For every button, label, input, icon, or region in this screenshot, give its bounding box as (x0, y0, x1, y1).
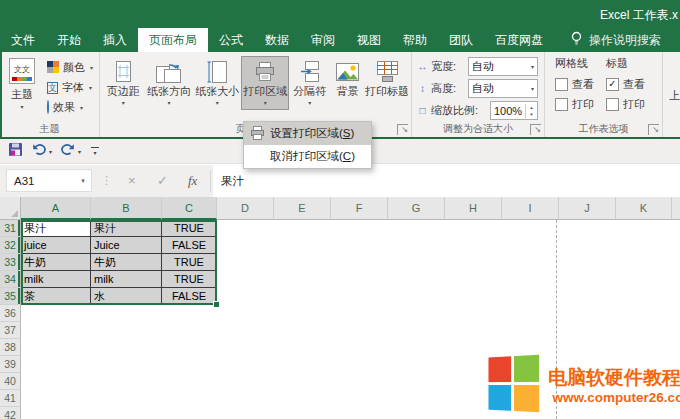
cell-B36[interactable] (91, 305, 162, 322)
cell-E31[interactable] (274, 220, 331, 237)
tab-公式[interactable]: 公式 (208, 28, 254, 52)
cell-C36[interactable] (162, 305, 217, 322)
cell-K36[interactable] (616, 305, 672, 322)
themes-item-颜色[interactable]: 颜色▾ (47, 57, 93, 77)
cell-E32[interactable] (274, 237, 331, 254)
cell-H37[interactable] (445, 322, 502, 339)
save-button[interactable] (6, 141, 25, 161)
cell-H38[interactable] (445, 339, 502, 356)
cell-I37[interactable] (502, 322, 559, 339)
cell-B42[interactable] (91, 407, 162, 419)
unchecked-checkbox-icon[interactable] (555, 98, 568, 111)
column-header-A[interactable]: A (21, 197, 91, 220)
row-header-35[interactable]: 35 (0, 288, 21, 305)
cell-G42[interactable] (388, 407, 445, 419)
cell-C39[interactable] (162, 356, 217, 373)
cell-E33[interactable] (274, 254, 331, 271)
row-header-39[interactable]: 39 (0, 356, 21, 373)
ribbon-button-背景[interactable]: 背景 (330, 56, 365, 101)
column-header-J[interactable]: J (559, 197, 616, 220)
cell-F31[interactable] (331, 220, 388, 237)
cell-D41[interactable] (217, 390, 274, 407)
themes-item-效果[interactable]: 效果▾ (47, 97, 93, 117)
cell-C37[interactable] (162, 322, 217, 339)
cell-C34[interactable]: TRUE (162, 271, 217, 288)
cell-G37[interactable] (388, 322, 445, 339)
column-header-H[interactable]: H (445, 197, 502, 220)
cell-F34[interactable] (331, 271, 388, 288)
cell-A40[interactable] (21, 373, 91, 390)
cell-I35[interactable] (502, 288, 559, 305)
cell-G36[interactable] (388, 305, 445, 322)
column-header-F[interactable]: F (331, 197, 388, 220)
scale-select[interactable]: 自动▾ (468, 79, 538, 98)
cell-J33[interactable] (559, 254, 616, 271)
cell-F37[interactable] (331, 322, 388, 339)
cell-C40[interactable] (162, 373, 217, 390)
cell-G31[interactable] (388, 220, 445, 237)
tab-审阅[interactable]: 审阅 (300, 28, 346, 52)
unchecked-checkbox-icon[interactable] (555, 78, 568, 91)
cell-H33[interactable] (445, 254, 502, 271)
cell-G34[interactable] (388, 271, 445, 288)
ribbon-button-纸张大小[interactable]: 纸张大小▾ (193, 56, 241, 110)
cell-J35[interactable] (559, 288, 616, 305)
cell-A33[interactable]: 牛奶 (21, 254, 91, 271)
cell-F41[interactable] (331, 390, 388, 407)
cell-K31[interactable] (616, 220, 672, 237)
cell-J36[interactable] (559, 305, 616, 322)
cell-E37[interactable] (274, 322, 331, 339)
cell-D35[interactable] (217, 288, 274, 305)
themes-item-字体[interactable]: 文字体▾ (47, 77, 93, 97)
cell-I34[interactable] (502, 271, 559, 288)
cell-F42[interactable] (331, 407, 388, 419)
confirm-entry-button[interactable]: ✓ (157, 173, 168, 188)
cell-E34[interactable] (274, 271, 331, 288)
cell-K32[interactable] (616, 237, 672, 254)
cell-A32[interactable]: juice (21, 237, 91, 254)
row-header-31[interactable]: 31 (0, 220, 21, 237)
cell-F33[interactable] (331, 254, 388, 271)
formula-input[interactable]: 果汁 (213, 165, 680, 197)
cell-I38[interactable] (502, 339, 559, 356)
cell-B35[interactable]: 水 (91, 288, 162, 305)
fill-handle[interactable] (213, 301, 220, 308)
scale-select[interactable]: 自动▾ (468, 57, 538, 76)
themes-button[interactable]: 文文 主题 ▾ (2, 55, 42, 123)
cell-B38[interactable] (91, 339, 162, 356)
checked-checkbox-icon[interactable] (606, 78, 619, 91)
cell-G39[interactable] (388, 356, 445, 373)
cell-D33[interactable] (217, 254, 274, 271)
cell-J38[interactable] (559, 339, 616, 356)
cell-C31[interactable]: TRUE (162, 220, 217, 237)
cell-C42[interactable] (162, 407, 217, 419)
checkbox-row-标题-打印[interactable]: 打印 (606, 94, 645, 114)
unchecked-checkbox-icon[interactable] (606, 98, 619, 111)
cell-J37[interactable] (559, 322, 616, 339)
cell-C41[interactable] (162, 390, 217, 407)
row-header-42[interactable]: 42 (0, 407, 21, 419)
column-header-I[interactable]: I (502, 197, 559, 220)
cell-H31[interactable] (445, 220, 502, 237)
tab-文件[interactable]: 文件 (0, 28, 46, 52)
column-header-B[interactable]: B (91, 197, 162, 220)
cell-D40[interactable] (217, 373, 274, 390)
insert-function-button[interactable]: fx (188, 173, 197, 189)
cell-G40[interactable] (388, 373, 445, 390)
tab-页面布局[interactable]: 页面布局 (138, 28, 208, 52)
cell-K37[interactable] (616, 322, 672, 339)
menu-item-取消打印区域[interactable]: 取消打印区域(C) (244, 145, 371, 168)
cell-B37[interactable] (91, 322, 162, 339)
cell-E42[interactable] (274, 407, 331, 419)
cell-J31[interactable] (559, 220, 616, 237)
cell-E40[interactable] (274, 373, 331, 390)
scale-dialog-launcher-icon[interactable] (530, 124, 541, 135)
cell-K35[interactable] (616, 288, 672, 305)
ribbon-button-分隔符[interactable]: 分隔符▾ (289, 56, 330, 110)
ribbon-button-页边距[interactable]: 页边距▾ (102, 56, 145, 110)
cell-A34[interactable]: milk (21, 271, 91, 288)
cell-K33[interactable] (616, 254, 672, 271)
column-header-C[interactable]: C (162, 197, 217, 220)
cell-D31[interactable] (217, 220, 274, 237)
cell-F39[interactable] (331, 356, 388, 373)
